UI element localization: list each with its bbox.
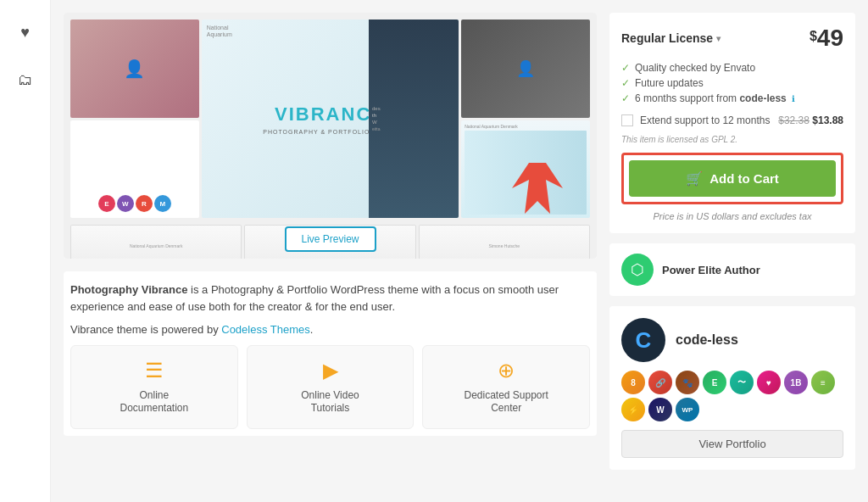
feature-item-3: ✓ 6 months support from code-less ℹ xyxy=(621,91,843,106)
badge-6: ♥ xyxy=(757,371,781,394)
cart-icon: 🛒 xyxy=(686,170,703,187)
add-to-cart-button[interactable]: 🛒 Add to Cart xyxy=(629,160,836,197)
video-icon: ▶ xyxy=(323,359,338,382)
author-top: C code-less xyxy=(621,318,843,362)
badge-5: 〜 xyxy=(730,371,754,394)
license-row: Regular License ▾ $49 xyxy=(621,25,843,52)
description-section: Photography Vibrance is a Photography & … xyxy=(64,271,597,436)
feature-item-1: ✓ Quality checked by Envato xyxy=(621,60,843,75)
video-label: Online VideoTutorials xyxy=(301,389,359,416)
author-name: code-less xyxy=(676,332,738,348)
main-content: 👤 National Aquarium VIBRANCE PHOTOGRAPHY… xyxy=(51,0,868,502)
badge-10: W xyxy=(648,398,672,421)
favorite-icon[interactable]: ♥ xyxy=(10,17,41,47)
support-icon: ⊕ xyxy=(498,359,515,382)
preview-image-area: 👤 National Aquarium VIBRANCE PHOTOGRAPHY… xyxy=(64,13,597,259)
view-portfolio-button[interactable]: View Portfolio xyxy=(621,430,843,458)
revslider-icon: R xyxy=(136,195,153,212)
elementor-icon: E xyxy=(98,195,115,212)
check-icon-1: ✓ xyxy=(621,62,630,74)
purchase-card: Regular License ▾ $49 ✓ Quality checked … xyxy=(609,13,855,233)
description-text: Photography Vibrance is a Photography & … xyxy=(70,282,590,315)
codeless-link[interactable]: Codeless Themes xyxy=(221,323,310,336)
docs-label: OnlineDocumentation xyxy=(120,389,188,416)
feature-item-2: ✓ Future updates xyxy=(621,75,843,91)
author-card: C code-less 8 🔗 🐾 E 〜 ♥ 1B ≡ ⚡ W WP xyxy=(609,306,855,470)
sidebar: ♥ 🗂 xyxy=(0,0,51,502)
mosaic-main: National Aquarium VIBRANCE PHOTOGRAPHY &… xyxy=(202,20,459,218)
badge-1: 8 xyxy=(621,371,645,394)
misc-icon: M xyxy=(154,195,171,212)
license-title: Regular License ▾ xyxy=(621,31,721,45)
badge-9: ⚡ xyxy=(621,398,645,421)
theme-name-bold: Photography Vibrance xyxy=(70,283,187,296)
author-avatar[interactable]: C xyxy=(621,318,665,362)
extend-original-price: $32.38 xyxy=(778,114,810,126)
mosaic-top-right: 👤 xyxy=(461,20,590,118)
sub-preview-3: Simone Hutsche xyxy=(419,225,590,259)
author-badge: ⬡ Power Elite Author xyxy=(609,243,855,296)
add-to-cart-wrapper: 🛒 Add to Cart xyxy=(621,153,843,204)
extend-text: Extend support to 12 months xyxy=(640,114,771,126)
na-label: National Aquarium Denmark xyxy=(465,124,587,129)
left-column: 👤 National Aquarium VIBRANCE PHOTOGRAPHY… xyxy=(64,13,597,489)
live-preview-button[interactable]: Live Preview xyxy=(284,226,376,252)
price-display: $49 xyxy=(810,25,843,52)
extend-row: Extend support to 12 months $32.38 $13.8… xyxy=(621,114,843,126)
theme-preview: 👤 National Aquarium VIBRANCE PHOTOGRAPHY… xyxy=(64,13,597,259)
mosaic-top-left: 👤 xyxy=(70,20,199,118)
elite-icon: ⬡ xyxy=(621,254,654,286)
license-notice: This item is licensed as GPL 2. xyxy=(621,135,843,144)
badge-4: E xyxy=(703,371,726,394)
collection-icon[interactable]: 🗂 xyxy=(10,64,41,95)
extend-sale-price: $13.88 xyxy=(812,114,843,126)
chevron-down-icon[interactable]: ▾ xyxy=(716,34,721,43)
elite-label: Power Elite Author xyxy=(662,264,760,276)
plugin-icons-row: E W R M xyxy=(73,192,197,215)
feature-box-video[interactable]: ▶ Online VideoTutorials xyxy=(247,345,415,429)
check-icon-3: ✓ xyxy=(621,92,630,104)
badge-7: 1B xyxy=(784,371,808,394)
feature-boxes: ☰ OnlineDocumentation ▶ Online VideoTuto… xyxy=(70,345,590,429)
price-value: 49 xyxy=(817,25,843,51)
feature-box-docs[interactable]: ☰ OnlineDocumentation xyxy=(70,345,238,429)
sub-preview-1: National Aquarium Denmark xyxy=(70,225,242,259)
features-list: ✓ Quality checked by Envato ✓ Future upd… xyxy=(621,60,843,106)
badge-11: WP xyxy=(676,398,699,421)
mosaic-bottom-left: E W R M xyxy=(70,120,199,219)
support-label: Dedicated SupportCenter xyxy=(464,389,548,416)
badge-2: 🔗 xyxy=(648,371,672,394)
svg-marker-0 xyxy=(512,163,563,214)
docs-icon: ☰ xyxy=(145,359,164,382)
badge-8: ≡ xyxy=(811,371,835,394)
price-symbol: $ xyxy=(810,29,817,43)
extend-prices: $32.38 $13.88 xyxy=(778,114,843,126)
info-icon[interactable]: ℹ xyxy=(792,94,795,103)
extend-checkbox[interactable] xyxy=(621,114,633,126)
tax-notice: Price is in US dollars and excludes tax xyxy=(621,211,843,221)
arrow-annotation xyxy=(504,154,571,225)
woo-icon: W xyxy=(117,195,134,212)
badge-3: 🐾 xyxy=(676,371,699,394)
vibrance-line: Vibrance theme is powered by Codeless Th… xyxy=(70,321,590,338)
feature-box-support[interactable]: ⊕ Dedicated SupportCenter xyxy=(422,345,590,429)
right-column: Regular License ▾ $49 ✓ Quality checked … xyxy=(609,13,855,489)
badge-row: 8 🔗 🐾 E 〜 ♥ 1B ≡ ⚡ W WP xyxy=(621,371,843,421)
check-icon-2: ✓ xyxy=(621,77,630,89)
